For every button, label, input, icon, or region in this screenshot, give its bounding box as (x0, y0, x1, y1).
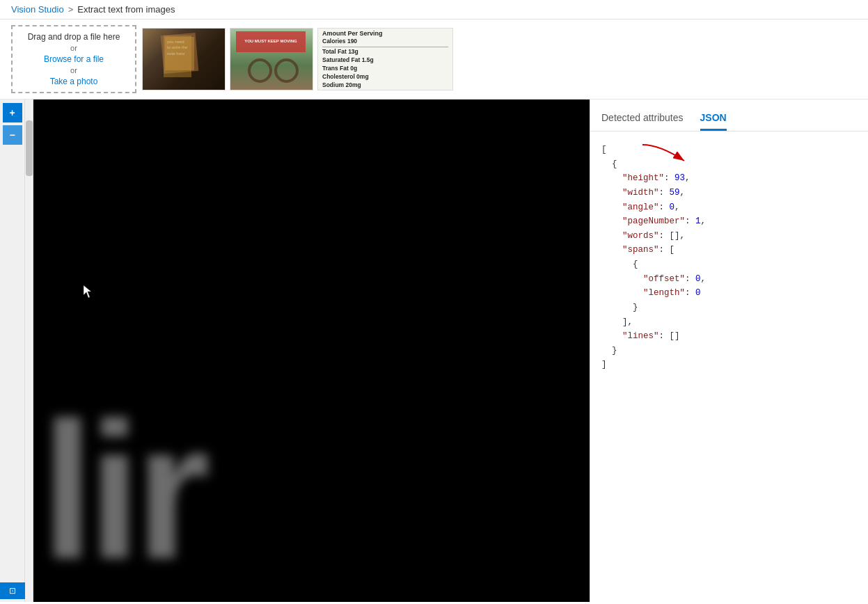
zoom-in-button[interactable]: + (3, 103, 22, 122)
image-canvas: lir (33, 100, 590, 602)
breadcrumb-parent[interactable]: Vision Studio (11, 4, 64, 15)
blurry-text: lir (40, 393, 204, 588)
thumbnail-strip: you needto write thenote here YOU MUST K… (142, 25, 453, 93)
blurry-text-overlay: lir (33, 100, 590, 602)
viewer-toolbar: + − ⊡ (0, 100, 25, 602)
fit-button[interactable]: ⊡ (0, 582, 25, 599)
or-text-2: or (70, 66, 77, 74)
scrollbar-thumb (26, 120, 33, 176)
tab-bar: Detected attributes JSON (590, 105, 868, 132)
zoom-out-button[interactable]: − (3, 125, 22, 145)
main-content: + − ⊡ lir Det (0, 100, 868, 602)
image-viewer: + − ⊡ lir (0, 100, 590, 602)
thumbnail-2[interactable]: YOU MUST KEEP MOVING (230, 28, 313, 90)
breadcrumb-separator: > (68, 4, 74, 15)
right-panel: Detected attributes JSON [ { (590, 100, 868, 602)
json-panel: [ { "height": 93, "width": 59, "angle": … (590, 132, 868, 602)
drag-drop-text: Drag and drop a file here (28, 32, 120, 42)
tab-json[interactable]: JSON (700, 105, 727, 131)
thumbnail-3[interactable]: Amount Per Serving Calories 190 Total Fa… (317, 28, 453, 90)
browse-link[interactable]: Browse for a file (44, 54, 104, 64)
viewer-scrollbar[interactable] (25, 100, 33, 602)
or-text-1: or (70, 44, 77, 52)
tab-detected-attributes[interactable]: Detected attributes (601, 105, 684, 131)
breadcrumb-current: Extract text from images (77, 4, 175, 15)
image-strip: Drag and drop a file here or Browse for … (0, 19, 868, 100)
take-photo-link[interactable]: Take a photo (50, 77, 98, 86)
breadcrumb-bar: Vision Studio > Extract text from images (0, 0, 868, 19)
thumbnail-1[interactable]: you needto write thenote here (142, 28, 226, 90)
file-dropzone[interactable]: Drag and drop a file here or Browse for … (11, 25, 136, 93)
fit-icon: ⊡ (9, 586, 16, 596)
